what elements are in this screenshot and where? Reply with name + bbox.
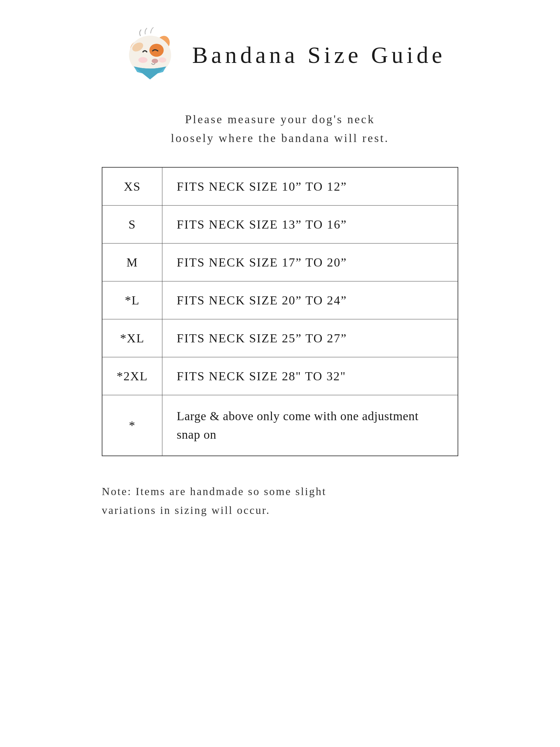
table-row: *XLFITS NECK SIZE 25” TO 27” <box>102 319 458 357</box>
description-cell: FITS NECK SIZE 28" TO 32" <box>162 357 458 395</box>
page-wrapper: Bandana Size Guide Please measure your d… <box>53 20 507 520</box>
size-cell: *2XL <box>102 357 162 395</box>
svg-point-6 <box>138 57 148 63</box>
description-cell: Large & above only come with one adjustm… <box>162 395 458 456</box>
size-cell: M <box>102 243 162 281</box>
footer-note-line: Note: Items are handmade so some slight <box>102 485 326 497</box>
header-section: Bandana Size Guide <box>53 20 507 91</box>
table-row: XSFITS NECK SIZE 10” TO 12” <box>102 167 458 206</box>
size-cell: *XL <box>102 319 162 357</box>
svg-point-5 <box>152 59 158 63</box>
size-cell: S <box>102 206 162 243</box>
subtitle-line1: Please measure your dog's neck <box>185 113 375 126</box>
size-table: XSFITS NECK SIZE 10” TO 12”SFITS NECK SI… <box>102 167 458 456</box>
footer-note-line: variations in sizing will occur. <box>102 504 270 516</box>
table-row: *2XLFITS NECK SIZE 28" TO 32" <box>102 357 458 395</box>
dog-illustration <box>114 20 186 91</box>
description-cell: FITS NECK SIZE 20” TO 24” <box>162 281 458 319</box>
subtitle-line2: loosely where the bandana will rest. <box>171 132 389 145</box>
table-row: MFITS NECK SIZE 17” TO 20” <box>102 243 458 281</box>
table-row: *LFITS NECK SIZE 20” TO 24” <box>102 281 458 319</box>
description-cell: FITS NECK SIZE 17” TO 20” <box>162 243 458 281</box>
table-row: *Large & above only come with one adjust… <box>102 395 458 456</box>
subtitle: Please measure your dog's neck loosely w… <box>171 110 389 148</box>
table-row: SFITS NECK SIZE 13” TO 16” <box>102 206 458 243</box>
description-cell: FITS NECK SIZE 25” TO 27” <box>162 319 458 357</box>
size-cell: * <box>102 395 162 456</box>
description-cell: FITS NECK SIZE 13” TO 16” <box>162 206 458 243</box>
footer-note: Note: Items are handmade so some slightv… <box>102 482 458 520</box>
size-cell: XS <box>102 167 162 206</box>
svg-point-7 <box>158 57 166 62</box>
size-cell: *L <box>102 281 162 319</box>
page-title: Bandana Size Guide <box>192 42 446 69</box>
description-cell: FITS NECK SIZE 10” TO 12” <box>162 167 458 206</box>
